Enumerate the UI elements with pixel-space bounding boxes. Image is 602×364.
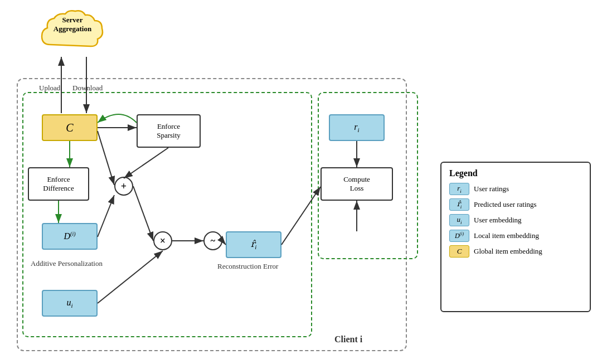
- block-enforce-sparsity: Enforce Sparsity: [137, 114, 201, 148]
- plus-operator: +: [114, 177, 133, 196]
- legend-swatch-ui: ui: [449, 214, 469, 226]
- cloud-shape: [36, 8, 109, 56]
- block-Di: D(i): [42, 223, 98, 250]
- block-C: C: [42, 114, 98, 141]
- legend-swatch-C: C: [449, 245, 469, 258]
- legend-swatch-rhat: r̂i: [449, 198, 469, 211]
- legend-row-C: C Global item embedding: [449, 245, 582, 258]
- block-ri: ri: [329, 114, 385, 141]
- legend-label-rhat: Predicted user ratings: [474, 200, 537, 209]
- legend-label-C: Global item embedding: [474, 247, 542, 256]
- legend-box: Legend ri User ratings r̂i Predicted use…: [440, 162, 591, 312]
- client-i-label: Client i: [334, 334, 362, 344]
- legend-label-ri: User ratings: [474, 185, 509, 193]
- tilde-operator: ~: [203, 231, 222, 250]
- block-enforce-difference: Enforce Difference: [28, 167, 89, 201]
- times-operator: ×: [153, 231, 172, 250]
- diagram-area: Server Aggregation Upload Download C Enf…: [6, 6, 440, 357]
- block-rhat: r̂i: [226, 231, 281, 258]
- reconstruction-error-label: Reconstruction Error: [217, 262, 278, 271]
- legend-swatch-ri: ri: [449, 183, 469, 195]
- legend-row-ri: ri User ratings: [449, 183, 582, 195]
- legend-row-rhat: r̂i Predicted user ratings: [449, 198, 582, 211]
- legend-row-ui: ui User embedding: [449, 214, 582, 226]
- legend-row-Di: D(i) Local item embedding: [449, 230, 582, 242]
- download-label: Download: [72, 84, 103, 93]
- block-compute-loss: Compute Loss: [321, 167, 393, 201]
- legend-swatch-Di: D(i): [449, 230, 469, 242]
- additive-personalization-label: Additive Personalization: [31, 259, 103, 268]
- legend-label-ui: User embedding: [474, 216, 522, 225]
- upload-label: Upload: [39, 84, 60, 93]
- legend-title: Legend: [449, 168, 582, 178]
- legend-label-Di: Local item embedding: [474, 231, 539, 240]
- block-ui: ui: [42, 290, 98, 317]
